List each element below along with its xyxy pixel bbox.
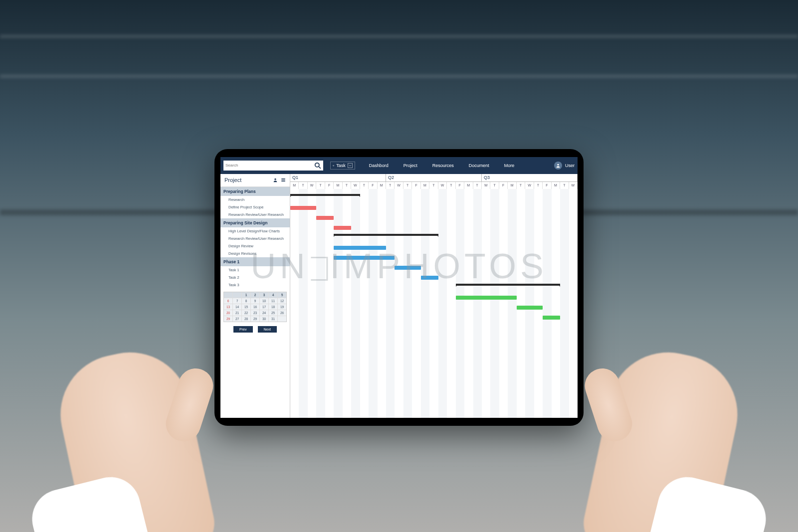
cal-cell[interactable]: 6 — [224, 298, 232, 304]
cal-cell[interactable]: 29 — [251, 316, 259, 322]
day-cell: T — [490, 182, 499, 189]
tablet-frame: ◦ Task Dashbord Project Resources Docume… — [214, 149, 584, 426]
cal-cell[interactable]: 9 — [251, 298, 259, 304]
quarter-cell: Q3 — [482, 174, 578, 181]
cal-cell[interactable]: 27 — [233, 316, 241, 322]
cal-cell[interactable]: 11 — [269, 298, 277, 304]
gantt-chart[interactable]: Q1Q2Q3 MTWTFMTWTFMTWTFMTWTFMTWTFMTWTFMTW — [290, 174, 578, 418]
nav-dashboard[interactable]: Dashbord — [369, 163, 389, 168]
sidebar: Project Preparing PlansResearchDefine Pr… — [220, 174, 290, 418]
gantt-bar[interactable] — [456, 284, 560, 286]
cal-cell[interactable]: 13 — [224, 304, 232, 310]
cal-cell[interactable]: 17 — [260, 304, 268, 310]
sidebar-item[interactable]: High Level Design/Flow Charts — [220, 227, 290, 235]
screen: ◦ Task Dashbord Project Resources Docume… — [220, 157, 578, 418]
list-icon[interactable] — [281, 177, 286, 182]
calendar-next-button[interactable]: Next — [258, 326, 277, 333]
nav-project[interactable]: Project — [403, 163, 417, 168]
group-header[interactable]: Phase 1 — [220, 257, 290, 266]
cal-cell[interactable] — [278, 316, 286, 322]
cal-cell[interactable]: 18 — [269, 304, 277, 310]
gantt-canvas[interactable] — [290, 189, 578, 418]
day-cell: F — [499, 182, 508, 189]
sidebar-item[interactable]: Research — [220, 196, 290, 203]
day-cell: F — [456, 182, 464, 189]
cal-cell[interactable]: 29 — [224, 316, 232, 322]
gantt-bar[interactable] — [395, 266, 420, 270]
day-cell: W — [351, 182, 360, 189]
sidebar-item[interactable]: Task 3 — [220, 281, 290, 289]
cal-header-cell: 3 — [260, 292, 268, 298]
day-cell: W — [308, 182, 316, 189]
user-label: User — [565, 163, 575, 168]
gantt-bar[interactable] — [334, 246, 386, 250]
cal-cell[interactable]: 19 — [278, 304, 286, 310]
cal-header-cell: 1 — [242, 292, 250, 298]
gantt-bar[interactable] — [290, 194, 360, 196]
cal-cell[interactable]: 10 — [260, 298, 268, 304]
group-header[interactable]: Preparing Site Design — [220, 218, 290, 227]
day-cell: T — [343, 182, 351, 189]
day-cell: W — [525, 182, 534, 189]
sidebar-item[interactable]: Define Project Scope — [220, 203, 290, 211]
search-icon[interactable] — [314, 162, 321, 169]
day-cell: W — [569, 182, 578, 189]
nav-more[interactable]: More — [504, 163, 515, 168]
sidebar-item[interactable]: Task 2 — [220, 274, 290, 281]
gantt-bar[interactable] — [456, 296, 517, 300]
cal-cell[interactable]: 7 — [233, 298, 241, 304]
day-cell: M — [378, 182, 386, 189]
nav-document[interactable]: Document — [469, 163, 489, 168]
day-cell: T — [560, 182, 569, 189]
top-nav: ◦ Task Dashbord Project Resources Docume… — [220, 157, 578, 174]
gantt-bar[interactable] — [316, 216, 334, 220]
day-cell: F — [412, 182, 420, 189]
day-cell: T — [447, 182, 455, 189]
gantt-bar[interactable] — [334, 256, 395, 260]
group-header[interactable]: Preparing Plans — [220, 187, 290, 196]
cal-cell[interactable]: 23 — [251, 310, 259, 316]
cal-header-cell: 2 — [251, 292, 259, 298]
cal-cell[interactable]: 12 — [278, 298, 286, 304]
search-field[interactable] — [225, 163, 314, 168]
cal-cell[interactable]: 31 — [269, 316, 277, 322]
sidebar-item[interactable]: Design Review — [220, 242, 290, 250]
gantt-bar[interactable] — [334, 234, 438, 236]
user-icon[interactable] — [273, 177, 278, 182]
day-cell: W — [395, 182, 403, 189]
gantt-bar[interactable] — [421, 276, 438, 280]
day-cell: M — [464, 182, 473, 189]
mini-calendar[interactable]: 1234567891011121314151617181920212223242… — [223, 292, 287, 333]
gantt-bar[interactable] — [334, 226, 351, 230]
cal-cell[interactable]: 16 — [251, 304, 259, 310]
day-cell: T — [403, 182, 412, 189]
task-dropdown[interactable]: ◦ Task — [330, 162, 355, 170]
sidebar-item[interactable]: Task 1 — [220, 266, 290, 274]
cal-cell[interactable]: 15 — [242, 304, 250, 310]
cal-cell[interactable]: 25 — [269, 310, 277, 316]
gantt-bar[interactable] — [290, 206, 316, 210]
cal-cell[interactable]: 28 — [242, 316, 250, 322]
day-cell: T — [429, 182, 438, 189]
nav-resources[interactable]: Resources — [432, 163, 454, 168]
search-input[interactable] — [223, 161, 323, 171]
sidebar-item[interactable]: Research Review/User Research — [220, 235, 290, 242]
sidebar-item[interactable]: Design Revisons — [220, 250, 290, 257]
day-cell: W — [482, 182, 490, 189]
user-menu[interactable]: User — [554, 162, 575, 170]
cal-cell[interactable]: 8 — [242, 298, 250, 304]
cal-cell[interactable]: 20 — [224, 310, 232, 316]
cal-cell[interactable]: 21 — [233, 310, 241, 316]
gantt-bar[interactable] — [517, 306, 543, 310]
cal-cell[interactable]: 24 — [260, 310, 268, 316]
day-cell: W — [438, 182, 447, 189]
calendar-prev-button[interactable]: Prev — [233, 326, 252, 333]
sidebar-item[interactable]: Research Review/User Research — [220, 211, 290, 218]
quarter-cell: Q2 — [386, 174, 482, 181]
nav-links: Dashbord Project Resources Document More — [369, 163, 515, 168]
cal-cell[interactable]: 30 — [260, 316, 268, 322]
gantt-bar[interactable] — [543, 316, 560, 320]
cal-cell[interactable]: 22 — [242, 310, 250, 316]
cal-cell[interactable]: 14 — [233, 304, 241, 310]
cal-cell[interactable]: 26 — [278, 310, 286, 316]
